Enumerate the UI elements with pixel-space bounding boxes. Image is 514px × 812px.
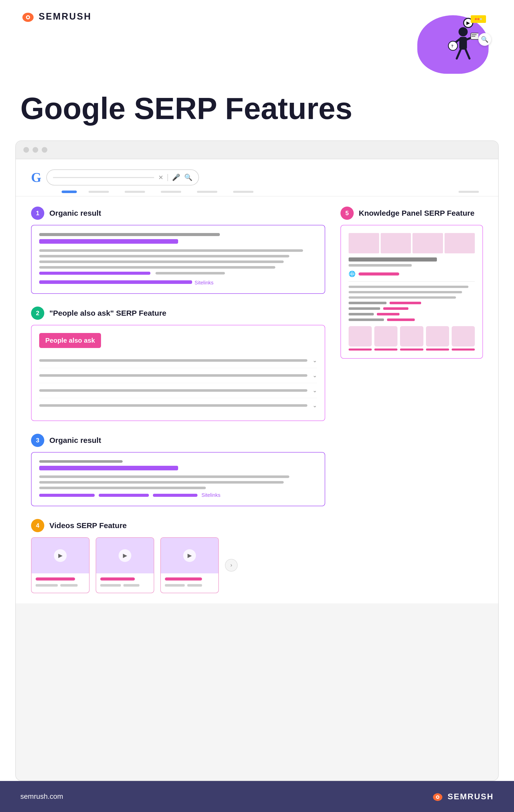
nav-tab-active[interactable] <box>62 191 77 193</box>
kp-related-label-4 <box>426 349 449 351</box>
search-input-content <box>53 177 154 178</box>
nav-tab-right[interactable] <box>459 191 479 193</box>
knowledge-panel-card: 🌐 <box>340 225 483 359</box>
nav-tab-4[interactable] <box>197 191 217 193</box>
organic-result-card-2: Sitelinks <box>31 452 325 506</box>
section-label-1: 1 Organic result <box>31 207 325 220</box>
organic-title-line <box>39 239 178 244</box>
kp-text-1 <box>349 286 468 288</box>
video-card-3[interactable]: ▶ <box>160 537 219 593</box>
section-label-3: 3 Organic result <box>31 434 325 447</box>
organic2-url <box>39 460 123 463</box>
video-next-arrow[interactable]: › <box>225 559 238 572</box>
chevron-down-icon-4[interactable]: ⌄ <box>312 402 317 409</box>
organic-desc-3 <box>39 260 284 263</box>
organic-desc-4 <box>39 266 275 269</box>
svg-point-16 <box>437 796 439 798</box>
kp-image-3 <box>412 233 443 253</box>
organic-desc-6 <box>155 272 225 274</box>
chevron-down-icon-1[interactable]: ⌄ <box>312 357 317 364</box>
kp-related-grid <box>349 326 475 351</box>
kp-related-image-1[interactable] <box>349 326 372 346</box>
kp-text-3 <box>349 296 456 299</box>
svg-point-2 <box>27 16 29 18</box>
footer-url: semrush.com <box>20 792 63 801</box>
hero-illustration: ▶ ? 🔍 <box>407 10 494 81</box>
kp-separator <box>349 281 475 282</box>
kp-related-1 <box>349 326 372 351</box>
search-submit-icon[interactable]: 🔍 <box>184 173 192 181</box>
page-title: Google SERP Features <box>0 86 514 140</box>
organic-desc-5 <box>39 272 150 275</box>
nav-tab-2[interactable] <box>125 191 145 193</box>
paa-card: People also ask ⌄ ⌄ ⌄ ⌄ <box>31 325 325 421</box>
chevron-down-icon-2[interactable]: ⌄ <box>312 372 317 379</box>
section-number-4: 4 <box>31 519 44 532</box>
kp-related-image-4[interactable] <box>426 326 449 346</box>
google-search-row: G ✕ 🎤 🔍 <box>31 169 483 185</box>
kp-related-label-3 <box>400 349 423 351</box>
paa-row-2[interactable]: ⌄ <box>39 368 317 383</box>
clear-icon[interactable]: ✕ <box>158 174 163 181</box>
kp-title <box>349 257 437 262</box>
video-card-1[interactable]: ▶ <box>31 537 90 593</box>
kp-related-label-1 <box>349 349 372 351</box>
svg-rect-10 <box>472 34 477 35</box>
chevron-down-icon-3[interactable]: ⌄ <box>312 387 317 394</box>
video-info-2 <box>96 573 154 593</box>
sitelink2-2 <box>99 494 149 497</box>
organic-result-card-1: Sitelinks <box>31 225 325 294</box>
video-title-3 <box>165 577 202 581</box>
kp-related-image-2[interactable] <box>374 326 397 346</box>
illustration-figure: ? <box>448 25 478 66</box>
search-nav-tabs <box>31 191 483 193</box>
search-bar[interactable]: ✕ 🎤 🔍 <box>46 169 199 185</box>
section-title-1: Organic result <box>49 209 101 218</box>
kp-related-5 <box>452 326 475 351</box>
kp-fact-value-1 <box>390 302 421 304</box>
kp-fact-label-1 <box>349 302 387 304</box>
kp-fact-label-3 <box>349 313 374 315</box>
video-thumbnail-2: ▶ <box>96 538 154 573</box>
nav-tab-1[interactable] <box>89 191 109 193</box>
videos-container: ▶ ▶ <box>31 537 325 593</box>
video-meta-2b <box>123 584 139 587</box>
video-card-2[interactable]: ▶ <box>96 537 154 593</box>
paa-row-4[interactable]: ⌄ <box>39 398 317 413</box>
kp-related-2 <box>374 326 397 351</box>
paa-row-3[interactable]: ⌄ <box>39 383 317 398</box>
paa-row-1[interactable]: ⌄ <box>39 353 317 368</box>
kp-image-1 <box>349 233 379 253</box>
organic-url-line <box>39 233 220 236</box>
section-videos: 4 Videos SERP Feature ▶ <box>31 519 325 593</box>
organic2-title <box>39 466 178 470</box>
svg-rect-4 <box>459 37 467 50</box>
search-divider <box>167 174 168 181</box>
svg-text:?: ? <box>451 44 453 48</box>
nav-tab-5[interactable] <box>233 191 253 193</box>
nav-tab-3[interactable] <box>161 191 181 193</box>
kp-related-image-3[interactable] <box>400 326 423 346</box>
browser-dot-yellow <box>33 147 38 153</box>
kp-image-4 <box>445 233 475 253</box>
serp-left-column: 1 Organic result <box>31 207 325 593</box>
footer-logo-text: SEMRUSH <box>448 792 494 801</box>
play-button-2[interactable]: ▶ <box>119 549 131 562</box>
paa-label: People also ask <box>39 333 101 348</box>
video-title-1 <box>36 577 75 581</box>
video-info-3 <box>161 573 218 593</box>
google-search-area: G ✕ 🎤 🔍 <box>16 159 498 196</box>
kp-related-image-5[interactable] <box>452 326 475 346</box>
microphone-icon[interactable]: 🎤 <box>172 173 180 181</box>
serp-content: 1 Organic result <box>16 196 498 603</box>
paa-question-1 <box>39 359 307 362</box>
organic2-desc-3 <box>39 487 206 489</box>
play-button-3[interactable]: ▶ <box>183 549 196 562</box>
play-button-1[interactable]: ▶ <box>54 549 67 562</box>
kp-images-grid <box>349 233 475 253</box>
section-label-4: 4 Videos SERP Feature <box>31 519 325 532</box>
organic-desc-2 <box>39 255 289 257</box>
kp-fact-value-3 <box>377 313 399 315</box>
video-title-2 <box>100 577 135 581</box>
sitelinks-label-2: Sitelinks <box>202 492 220 498</box>
